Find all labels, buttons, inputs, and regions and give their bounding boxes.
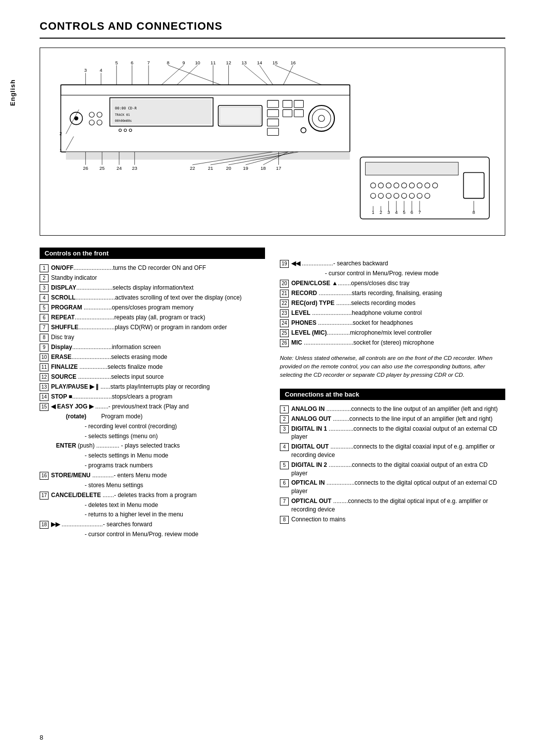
- svg-point-6: [89, 120, 94, 125]
- item-number: 19: [280, 260, 289, 268]
- svg-rect-1: [61, 85, 350, 95]
- item-content: PLAY/PAUSE ▶ ‖ ......starts play/interru…: [51, 383, 265, 391]
- list-item: 14 STOP ■........................stops/c…: [40, 393, 265, 401]
- item-desc: .........................- searches forw…: [60, 521, 152, 528]
- item-content: OPEN/CLOSE ▲........opens/closes disc tr…: [291, 279, 505, 288]
- item-spacer: [40, 442, 49, 450]
- item-content: - recording level control (recording): [51, 422, 265, 431]
- svg-text:20: 20: [226, 166, 231, 171]
- item-content: DIGITAL IN 2 ..............connects to t…: [291, 461, 505, 478]
- item-label: LEVEL: [291, 309, 311, 316]
- svg-text:18: 18: [261, 166, 266, 171]
- note-text: Note: Unless stated otherwise, all contr…: [280, 354, 505, 380]
- svg-text:11: 11: [211, 60, 215, 65]
- item-number: 17: [40, 492, 49, 500]
- item-number: 1: [280, 405, 289, 413]
- list-item: - selects settings (menu on): [40, 432, 265, 441]
- list-item: - selects settings in Menu mode: [40, 452, 265, 460]
- list-item: - programs track numbers: [40, 461, 265, 470]
- item-label: DIGITAL OUT: [291, 443, 329, 450]
- item-label: REC(ord) TYPE: [291, 300, 334, 306]
- svg-text:13: 13: [241, 60, 246, 65]
- page: English CONTROLS AND CONNECTIONS 00:00 C…: [0, 0, 535, 756]
- item-number: 25: [280, 329, 289, 337]
- item-content: PHONES .....................socket for h…: [291, 319, 505, 327]
- item-content: FINALIZE .................selects finali…: [51, 363, 265, 371]
- item-spacer: [40, 501, 49, 509]
- svg-text:17: 17: [276, 166, 281, 171]
- item-label: ◀ EASY JOG ▶: [51, 403, 94, 410]
- item-desc: - stores Menu settings: [85, 482, 143, 489]
- list-item: 26 MIC ..............................soc…: [280, 339, 505, 347]
- list-item: - stores Menu settings: [40, 481, 265, 490]
- item-desc: - programs track numbers: [85, 462, 153, 469]
- item-number: 20: [280, 280, 289, 288]
- svg-point-29: [301, 128, 306, 133]
- item-desc: Program mode): [86, 413, 142, 420]
- connections-section: Connections at the back 1 ANALOG IN ....…: [280, 389, 505, 524]
- item-desc: ........................information scre…: [72, 344, 161, 351]
- svg-point-90: [409, 183, 414, 188]
- item-number: 24: [280, 319, 289, 327]
- device-diagram-svg: 00:00 CD-R TRACK 01 00h00m00s: [40, 48, 505, 235]
- svg-rect-20: [268, 119, 279, 126]
- svg-rect-21: [268, 128, 279, 136]
- svg-point-14: [124, 129, 126, 131]
- svg-rect-19: [268, 109, 279, 117]
- list-item: 8 Disc tray: [40, 333, 265, 342]
- list-item: 15 ◀ EASY JOG ▶ ........- previous/next …: [40, 403, 265, 411]
- svg-point-88: [394, 183, 399, 188]
- item-label: DIGITAL IN 2: [291, 461, 327, 468]
- item-content: ENTER (push) .............. - plays sele…: [51, 442, 265, 450]
- item-spacer: [40, 510, 49, 519]
- item-label: OPTICAL OUT: [291, 498, 331, 504]
- item-content: ◀ EASY JOG ▶ ........- previous/next tra…: [51, 403, 265, 411]
- svg-rect-18: [268, 101, 279, 108]
- item-label: ON/OFF: [51, 264, 73, 271]
- item-content: ON/OFF........................turns the …: [51, 264, 265, 272]
- svg-text:16: 16: [290, 60, 295, 65]
- item-content: RECORD ....................starts record…: [291, 289, 505, 298]
- list-item: 16 STORE/MENU .............- enters Menu…: [40, 471, 265, 480]
- front-controls-header: Controls on the front: [40, 248, 265, 259]
- list-item: 5 PROGRAM .................opens/closes …: [40, 303, 265, 312]
- item-desc: - recording level control (recording): [85, 423, 177, 430]
- item-desc: ......................selects display in…: [76, 284, 194, 291]
- item-number: 16: [40, 472, 49, 480]
- svg-point-85: [371, 183, 375, 188]
- item-number: 21: [280, 290, 289, 298]
- item-number: 6: [40, 314, 49, 322]
- list-item: 11 FINALIZE .................selects fin…: [40, 363, 265, 371]
- item-desc: ......starts play/interrupts play or rec…: [99, 383, 210, 390]
- item-label: (rotate): [66, 413, 86, 420]
- item-label: ERASE: [51, 353, 71, 360]
- svg-rect-25: [294, 109, 304, 117]
- list-item: 7 OPTICAL OUT .........connects to the d…: [280, 497, 505, 514]
- svg-point-27: [312, 109, 331, 128]
- svg-point-89: [402, 183, 407, 188]
- list-item: 6 OPTICAL IN .................connects t…: [280, 479, 505, 496]
- list-item: 22 REC(ord) TYPE .........selects record…: [280, 299, 505, 307]
- item-label: PHONES: [291, 319, 317, 326]
- item-content: OPTICAL IN .................connects to …: [291, 479, 505, 496]
- svg-text:5: 5: [115, 60, 118, 65]
- list-item: 7 SHUFFLE......................plays CD(…: [40, 323, 265, 332]
- item-desc: ........................turns the CD rec…: [73, 264, 206, 271]
- item-content: - selects settings (menu on): [51, 432, 265, 441]
- item-label: ANALOG OUT: [291, 415, 331, 422]
- item-label: STORE/MENU: [51, 472, 91, 479]
- item-content: Connection to mains: [291, 515, 505, 524]
- svg-line-54: [260, 65, 273, 85]
- item-content: ▶▶ .........................- searches f…: [51, 520, 265, 529]
- item-desc: ....................starts recording, fi…: [317, 290, 442, 297]
- svg-text:23: 23: [132, 166, 137, 171]
- list-item: 2 ANALOG OUT ..........connects to the l…: [280, 415, 505, 423]
- svg-text:24: 24: [116, 166, 121, 171]
- svg-point-96: [386, 193, 391, 198]
- item-number: 10: [40, 353, 49, 361]
- item-content: DISPLAY......................selects dis…: [51, 284, 265, 292]
- front-controls-right-list: 19 ◀◀ ...................- searches back…: [280, 259, 505, 347]
- item-content: OPTICAL OUT .........connects to the dig…: [291, 497, 505, 514]
- svg-text:1: 1: [59, 148, 62, 153]
- svg-point-99: [409, 193, 414, 198]
